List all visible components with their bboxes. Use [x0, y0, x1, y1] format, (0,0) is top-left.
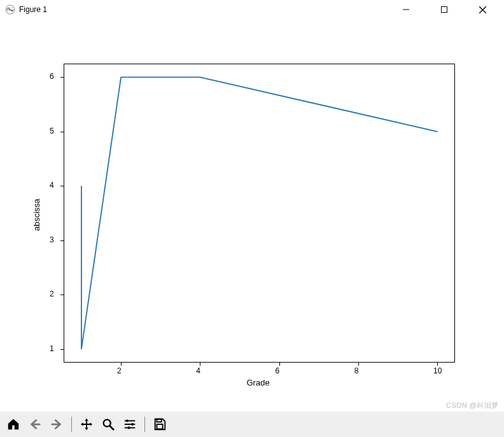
maximize-button[interactable]	[433, 2, 456, 17]
x-axis-label: Grade	[247, 378, 270, 387]
minimize-button[interactable]	[395, 2, 417, 17]
plot-svg	[64, 64, 455, 363]
back-button[interactable]	[25, 415, 45, 434]
x-tick-label: 4	[196, 366, 200, 375]
toolbar	[0, 412, 504, 437]
toolbar-separator	[144, 417, 145, 432]
y-tick-label: 5	[50, 127, 57, 135]
x-tick-label: 6	[276, 366, 280, 375]
close-button[interactable]	[471, 2, 494, 17]
forward-button[interactable]	[47, 415, 66, 434]
svg-rect-12	[132, 423, 134, 426]
pan-button[interactable]	[77, 415, 96, 434]
y-tick-label: 4	[50, 181, 57, 190]
svg-rect-11	[127, 420, 129, 422]
y-tick-label: 3	[50, 235, 57, 244]
save-button[interactable]	[150, 415, 169, 434]
configure-button[interactable]	[120, 415, 139, 434]
home-button[interactable]	[4, 415, 23, 434]
svg-line-7	[110, 426, 114, 430]
app-icon	[5, 4, 15, 15]
toolbar-separator	[71, 417, 72, 432]
y-tick-label: 1	[50, 344, 57, 353]
watermark: CSDN @叫旧梦	[446, 401, 499, 410]
titlebar: Figure 1	[0, 0, 504, 19]
x-tick-label: 2	[117, 366, 122, 375]
y-axis-label: abscissa	[32, 198, 41, 231]
svg-rect-3	[442, 7, 447, 13]
svg-rect-15	[157, 424, 162, 429]
window-controls	[395, 2, 499, 17]
zoom-button[interactable]	[99, 415, 118, 434]
y-tick-label: 2	[50, 289, 57, 298]
svg-point-1	[11, 7, 13, 8]
plot-canvas: abscissa Grade 246810123456	[0, 19, 504, 412]
x-tick-label: 10	[433, 366, 442, 375]
x-tick-label: 8	[354, 366, 359, 375]
y-tick-label: 6	[50, 72, 57, 81]
data-line	[81, 77, 437, 349]
window-title: Figure 1	[19, 5, 47, 14]
svg-rect-13	[128, 427, 130, 429]
svg-rect-14	[157, 419, 161, 422]
